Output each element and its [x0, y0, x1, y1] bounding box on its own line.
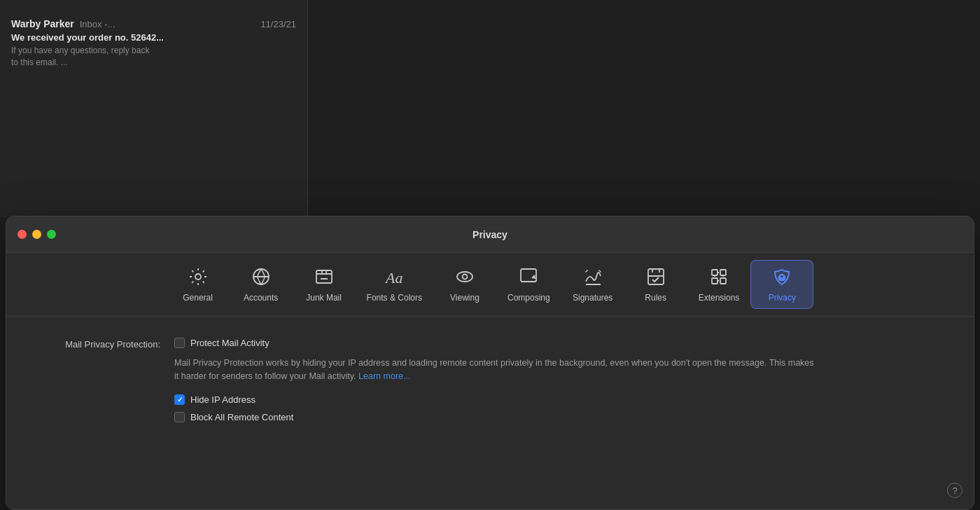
window-controls	[18, 230, 56, 239]
composing-icon	[518, 266, 539, 290]
svg-rect-2	[316, 270, 332, 283]
privacy-icon	[771, 266, 792, 290]
general-label: General	[183, 293, 213, 303]
svg-point-9	[462, 275, 467, 280]
fonts-colors-label: Fonts & Colors	[367, 293, 422, 303]
learn-more-link[interactable]: Learn more...	[358, 371, 410, 381]
content-area: Mail Privacy Protection: Protect Mail Ac…	[6, 317, 974, 450]
description-text: Mail Privacy Protection works by hiding …	[174, 357, 818, 383]
mail-content-area	[308, 0, 980, 217]
toolbar-item-accounts[interactable]: Accounts	[230, 261, 293, 308]
svg-rect-14	[712, 270, 718, 275]
toolbar-item-privacy[interactable]: Privacy	[750, 260, 813, 309]
gear-icon	[188, 266, 209, 290]
section-label: Mail Privacy Protection:	[34, 338, 160, 350]
block-remote-checkbox[interactable]	[174, 412, 185, 422]
toolbar-item-general[interactable]: General	[167, 261, 230, 308]
toolbar-item-extensions[interactable]: Extensions	[687, 261, 751, 308]
window-title: Privacy	[472, 229, 507, 240]
help-button[interactable]: ?	[947, 483, 962, 498]
svg-rect-16	[712, 278, 718, 284]
toolbar-item-viewing[interactable]: Viewing	[433, 261, 496, 308]
block-remote-label: Block All Remote Content	[190, 412, 293, 422]
accounts-label: Accounts	[244, 293, 278, 303]
toolbar-item-signatures[interactable]: Signatures	[561, 261, 624, 308]
minimize-button[interactable]	[32, 230, 41, 239]
mail-date: 11/23/21	[260, 19, 296, 29]
viewing-icon	[454, 266, 475, 290]
mail-preview: If you have any questions, reply back to…	[11, 45, 296, 69]
rules-icon	[645, 266, 666, 290]
mail-background: Warby Parker Inbox -... 11/23/21 We rece…	[0, 0, 980, 217]
svg-rect-15	[720, 270, 726, 275]
title-bar: Privacy	[6, 216, 974, 253]
mail-subject: We received your order no. 52642...	[11, 32, 296, 43]
svg-point-0	[195, 274, 201, 280]
mail-sender: Warby Parker	[11, 18, 74, 29]
hide-ip-row: Hide IP Address	[174, 394, 946, 405]
svg-point-8	[457, 272, 472, 282]
extensions-label: Extensions	[699, 293, 740, 303]
junk-mail-label: Junk Mail	[306, 293, 342, 303]
block-remote-row: Block All Remote Content	[174, 412, 946, 422]
privacy-label: Privacy	[769, 293, 796, 303]
toolbar-item-composing[interactable]: Composing	[496, 261, 561, 308]
fonts-icon: Aa	[384, 266, 405, 290]
toolbar-item-junk-mail[interactable]: Junk Mail	[293, 261, 356, 308]
signatures-label: Signatures	[573, 293, 612, 303]
protect-mail-row: Protect Mail Activity	[174, 338, 946, 348]
hide-ip-label: Hide IP Address	[190, 394, 255, 405]
svg-text:Aa: Aa	[384, 269, 402, 287]
toolbar-item-fonts-colors[interactable]: Aa Fonts & Colors	[356, 261, 433, 308]
mail-inbox: Inbox -...	[80, 19, 115, 29]
section-content: Protect Mail Activity Mail Privacy Prote…	[174, 338, 946, 429]
close-button[interactable]	[18, 230, 27, 239]
mail-item[interactable]: Warby Parker Inbox -... 11/23/21 We rece…	[11, 11, 296, 76]
toolbar-item-rules[interactable]: Rules	[624, 261, 687, 308]
protect-mail-label: Protect Mail Activity	[190, 338, 270, 348]
privacy-window: Privacy General Accounts	[6, 216, 974, 510]
svg-rect-10	[521, 269, 536, 282]
svg-rect-17	[720, 278, 726, 284]
mail-sidebar: Warby Parker Inbox -... 11/23/21 We rece…	[0, 0, 308, 217]
extensions-icon	[708, 266, 729, 290]
signatures-icon	[582, 266, 603, 290]
svg-rect-13	[648, 269, 664, 284]
maximize-button[interactable]	[47, 230, 56, 239]
junk-mail-icon	[314, 266, 335, 290]
toolbar: General Accounts	[6, 253, 974, 317]
accounts-icon	[251, 266, 272, 290]
privacy-section: Mail Privacy Protection: Protect Mail Ac…	[34, 338, 946, 429]
rules-label: Rules	[645, 293, 666, 303]
hide-ip-checkbox[interactable]	[174, 394, 185, 405]
viewing-label: Viewing	[450, 293, 479, 303]
protect-mail-checkbox[interactable]	[174, 338, 185, 348]
composing-label: Composing	[507, 293, 550, 303]
